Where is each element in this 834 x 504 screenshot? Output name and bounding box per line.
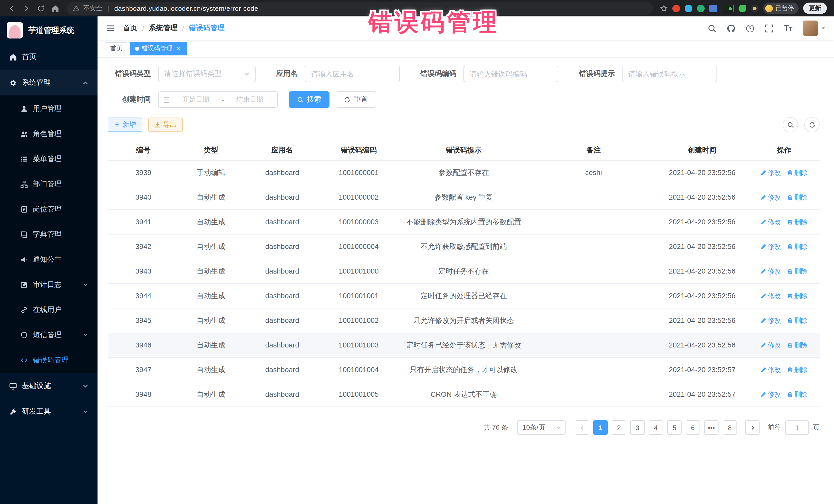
font-size-icon[interactable]: TT xyxy=(784,24,792,33)
delete-link[interactable]: 删除 xyxy=(787,390,808,399)
address-bar[interactable]: 不安全 | dashboard.yudao.iocoder.cn/system/… xyxy=(67,2,653,15)
export-button[interactable]: 导出 xyxy=(148,117,183,132)
tag-1[interactable]: 错误码管理× xyxy=(130,42,187,55)
omnibox-divider: | xyxy=(108,5,109,12)
tag-close-icon[interactable]: × xyxy=(175,45,182,52)
extension-icon-4[interactable] xyxy=(709,4,717,12)
cell-actions: 修改删除 xyxy=(748,308,819,333)
menu-label: 岗位管理 xyxy=(33,204,62,214)
delete-link[interactable]: 删除 xyxy=(787,291,808,301)
edit-link[interactable]: 修改 xyxy=(760,217,781,227)
sidebar: 芋道管理系统 首页系统管理用户管理角色管理菜单管理部门管理岗位管理字典管理通知公… xyxy=(0,17,97,504)
next-page-button[interactable] xyxy=(745,420,760,435)
search-button[interactable]: 搜索 xyxy=(289,91,329,108)
sidebar-item-3[interactable]: 研发工具 xyxy=(0,399,97,424)
page-button-8[interactable]: 8 xyxy=(723,420,737,435)
calendar-icon xyxy=(163,96,170,103)
page-button-5[interactable]: 5 xyxy=(667,420,682,435)
sidebar-subitem-0[interactable]: 用户管理 xyxy=(0,96,97,121)
back-icon[interactable] xyxy=(5,2,19,15)
delete-link[interactable]: 删除 xyxy=(787,217,808,227)
reload-icon[interactable] xyxy=(34,2,47,15)
sidebar-item-1[interactable]: 系统管理 xyxy=(0,70,97,95)
cell-code: 1001001000 xyxy=(321,259,396,283)
breadcrumb-item[interactable]: 首页 xyxy=(123,24,137,33)
toggle-search-button[interactable] xyxy=(783,117,798,132)
delete-link[interactable]: 删除 xyxy=(787,266,808,277)
delete-link[interactable]: 删除 xyxy=(787,242,808,252)
delete-link[interactable]: 删除 xyxy=(787,365,808,375)
refresh-table-button[interactable] xyxy=(804,117,820,132)
error-type-select[interactable]: 请选择错误码类型 xyxy=(158,66,256,82)
sidebar-subitem-4[interactable]: 岗位管理 xyxy=(0,197,97,222)
sidebar-item-0[interactable]: 首页 xyxy=(0,44,97,70)
extension-icon-5[interactable] xyxy=(722,4,734,12)
edit-link[interactable]: 修改 xyxy=(760,316,781,326)
edit-link[interactable]: 修改 xyxy=(760,340,781,350)
sidebar-subitem-8[interactable]: 在线用户 xyxy=(0,297,97,322)
goto-page-input[interactable] xyxy=(785,420,809,435)
bookmark-star-icon[interactable] xyxy=(660,4,668,12)
sidebar-subitem-3[interactable]: 部门管理 xyxy=(0,171,97,197)
extension-icon-7[interactable] xyxy=(751,4,759,12)
page-button-4[interactable]: 4 xyxy=(649,420,663,435)
reset-button[interactable]: 重置 xyxy=(336,91,376,108)
delete-link[interactable]: 删除 xyxy=(787,193,808,202)
edit-link[interactable]: 修改 xyxy=(760,266,781,277)
error-code-input[interactable] xyxy=(463,66,558,82)
extension-icon-1[interactable] xyxy=(672,4,680,12)
sidebar-subitem-7[interactable]: 审计日志 xyxy=(0,272,97,297)
sidebar-item-2[interactable]: 基础设施 xyxy=(0,373,97,399)
home-icon[interactable] xyxy=(48,2,62,15)
add-button[interactable]: 新增 xyxy=(108,117,142,132)
sidebar-subitem-10[interactable]: 错误码管理 xyxy=(0,348,97,373)
hamburger-icon[interactable] xyxy=(106,24,115,32)
sidebar-subitem-2[interactable]: 菜单管理 xyxy=(0,146,97,171)
sidebar-subitem-6[interactable]: 通知公告 xyxy=(0,247,97,272)
edit-link[interactable]: 修改 xyxy=(760,193,781,202)
filter-label-time: 创建时间 xyxy=(108,95,151,104)
user-menu[interactable] xyxy=(803,21,826,36)
edit-link[interactable]: 修改 xyxy=(760,291,781,301)
edit-link[interactable]: 修改 xyxy=(760,242,781,252)
delete-link[interactable]: 删除 xyxy=(787,340,808,350)
edit-link[interactable]: 修改 xyxy=(760,168,781,178)
main-area: 首页/系统管理/错误码管理 TT 首页错误码管理× xyxy=(97,17,834,504)
page-button-•••[interactable]: ••• xyxy=(704,420,719,435)
page-button-2[interactable]: 2 xyxy=(612,420,626,435)
sidebar-subitem-9[interactable]: 短信管理 xyxy=(0,322,97,348)
page-button-6[interactable]: 6 xyxy=(686,420,700,435)
menu-label: 短信管理 xyxy=(33,330,62,339)
sidebar-subitem-1[interactable]: 角色管理 xyxy=(0,121,97,146)
extension-icon-6[interactable] xyxy=(739,4,746,12)
page-button-1[interactable]: 1 xyxy=(593,420,608,435)
delete-link[interactable]: 删除 xyxy=(787,168,808,178)
help-icon[interactable] xyxy=(746,24,755,32)
extension-icon-2[interactable] xyxy=(685,4,692,12)
edit-link[interactable]: 修改 xyxy=(760,390,781,399)
column-header: 编号 xyxy=(108,139,179,160)
search-icon[interactable] xyxy=(708,24,717,32)
github-icon[interactable] xyxy=(727,24,736,32)
table-row: 3942自动生成dashboard1001000004不允许获取敏感配置到前端2… xyxy=(108,235,820,259)
edit-link[interactable]: 修改 xyxy=(760,365,781,375)
menu-label: 首页 xyxy=(22,52,37,62)
filter-label-type: 错误码类型 xyxy=(108,69,151,79)
breadcrumb-item[interactable]: 系统管理 xyxy=(149,24,178,33)
forward-icon[interactable] xyxy=(20,2,33,15)
update-button[interactable]: 更新 xyxy=(803,3,827,14)
extension-icon-3[interactable] xyxy=(697,4,705,12)
profile-badge[interactable]: 已暂停 xyxy=(763,3,798,14)
error-hint-input[interactable] xyxy=(622,66,717,82)
tag-0[interactable]: 首页 xyxy=(106,42,127,55)
fullscreen-icon[interactable] xyxy=(765,24,774,32)
app-logo-row[interactable]: 芋道管理系统 xyxy=(0,17,97,44)
app-name-input[interactable] xyxy=(305,66,400,82)
delete-link[interactable]: 删除 xyxy=(787,316,808,326)
prev-page-button[interactable] xyxy=(575,420,589,435)
page-button-3[interactable]: 3 xyxy=(630,420,644,435)
sidebar-subitem-5[interactable]: 字典管理 xyxy=(0,222,97,247)
date-range-picker[interactable]: 开始日期 - 结束日期 xyxy=(158,91,278,108)
page-size-select[interactable]: 10条/页 xyxy=(517,420,566,435)
breadcrumb-item[interactable]: 错误码管理 xyxy=(189,24,225,33)
